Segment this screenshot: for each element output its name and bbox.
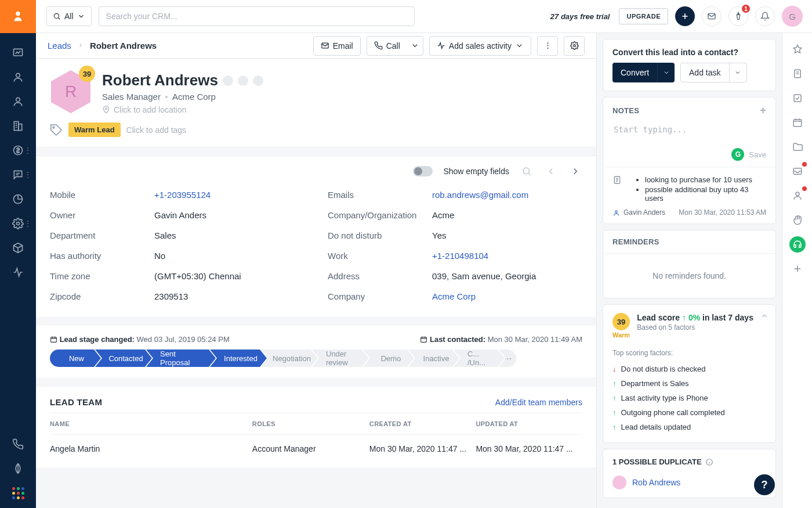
svg-point-11 [547,45,548,46]
nav-leads-icon[interactable] [6,92,30,111]
score-factor: ↑Outgoing phone call completed [612,405,766,420]
rail-inbox-icon[interactable] [789,163,806,179]
add-sales-activity-button[interactable]: Add sales activity [429,36,531,56]
convert-button[interactable]: Convert [612,63,657,82]
field-timezone[interactable]: Time zone(GMT+05:30) Chennai [50,271,304,281]
nav-products-icon[interactable] [6,239,30,257]
profile-name-row: Robert Andrews [102,71,263,89]
lead-tag[interactable]: Warm Lead [68,123,121,137]
chevron-down-icon [77,12,85,20]
info-icon[interactable] [705,458,713,466]
stage-contacted[interactable]: Contacted [95,350,152,367]
field-address[interactable]: Address039, Sam avenue, Georgia [328,271,582,281]
field-department[interactable]: DepartmentSales [50,230,304,240]
rail-gesture-icon[interactable] [789,212,806,228]
rail-note-icon[interactable] [789,66,806,82]
nav-conversations-icon[interactable]: ⋮ [6,165,30,184]
rail-calendar-icon[interactable] [789,114,806,131]
stage-new[interactable]: New [50,350,101,367]
stage-negotiation[interactable]: Negotiation [261,350,318,367]
help-fab[interactable]: ? [754,474,775,495]
show-empty-toggle[interactable] [413,166,433,176]
add-tags-button[interactable]: Click to add tags [126,125,187,135]
field-dnd[interactable]: Do not disturbYes [328,230,582,240]
nav-deals-icon[interactable]: ⋮ [6,141,30,160]
field-company[interactable]: CompanyAcme Corp [328,291,582,301]
nav-analytics-icon[interactable] [6,190,30,208]
add-task-button[interactable]: Add task [680,63,729,82]
stage-under-review[interactable]: Under review [312,350,369,367]
add-note-button[interactable]: + [760,105,766,117]
duplicate-entry[interactable]: Rob Andrews [603,471,775,498]
nav-dashboard-icon[interactable] [6,44,30,62]
prev-record-button[interactable] [544,164,558,178]
next-record-button[interactable] [568,164,582,178]
nav-apps-icon[interactable] [6,484,30,502]
notes-save-button[interactable]: Save [749,150,766,159]
search-fields-button[interactable] [520,164,534,178]
nav-accounts-icon[interactable] [6,117,30,135]
rail-folder-icon[interactable] [789,139,806,155]
rail-tasks-icon[interactable] [789,90,806,106]
stage-sent-proposal[interactable]: Sent Proposal [146,350,216,367]
add-button[interactable] [675,6,695,26]
score-factor: ↑Last activity type is Phone [612,391,766,405]
nav-phone-icon[interactable] [6,435,30,453]
topbar: All 27 days free trial UPGRADE 1 G [36,0,812,33]
rail-person-icon[interactable] [789,188,806,204]
rail-add-icon[interactable] [789,261,806,277]
nav-settings-icon[interactable]: ⋮ [6,214,30,233]
grammarly-icon: G [731,148,744,161]
notifications-button[interactable] [755,6,775,26]
email-icon-button[interactable] [702,6,722,26]
convert-prompt: Convert this lead into a contact? [612,48,766,57]
field-zip[interactable]: Zipcode2309513 [50,291,304,301]
convert-dropdown[interactable] [657,63,675,82]
field-emails[interactable]: Emailsrob.andrews@gmail.com [328,190,582,200]
breadcrumb-root[interactable]: Leads [48,41,71,51]
table-row[interactable]: Angela Martin Account Manager Mon 30 Mar… [50,435,582,463]
svg-point-13 [573,45,575,47]
search-input[interactable] [105,11,408,21]
more-actions-button[interactable] [537,36,558,56]
field-owner[interactable]: OwnerGavin Anders [50,210,304,220]
svg-point-17 [53,127,55,128]
svg-point-1 [16,73,20,77]
nav-contacts-icon[interactable] [6,68,30,87]
call-button[interactable]: Call [367,36,408,56]
nav-activity-icon[interactable] [6,263,30,282]
col-roles: ROLES [252,413,369,435]
stage-closed[interactable]: C... /Un... [454,350,505,367]
field-authority[interactable]: Has authorityNo [50,251,304,261]
edit-team-link[interactable]: Add/Edit team members [495,398,582,407]
nav-eco-icon[interactable] [6,459,30,478]
field-mobile[interactable]: Mobile+1-203955124 [50,190,304,200]
search-input-wrapper[interactable] [99,6,415,26]
announcements-button[interactable]: 1 [728,6,748,26]
reminders-empty: No reminders found. [603,253,775,298]
user-avatar[interactable]: G [782,6,803,27]
stage-inactive[interactable]: Inactive [408,350,459,367]
rail-headset-icon[interactable] [789,236,806,253]
notes-input[interactable] [612,124,766,146]
email-button[interactable]: Email [313,36,361,56]
stage-interested[interactable]: Interested [210,350,267,367]
add-task-dropdown[interactable] [730,63,747,82]
social-icon[interactable] [253,75,263,86]
collapse-button[interactable] [760,312,768,322]
svg-rect-4 [19,124,22,131]
app-logo[interactable] [0,0,36,33]
upgrade-button[interactable]: UPGRADE [619,8,668,24]
social-icon[interactable] [223,75,233,86]
col-updated: UPDATED AT [476,413,582,435]
search-filter-dropdown[interactable]: All [46,6,92,26]
field-work[interactable]: Work+1-210498104 [328,251,582,261]
settings-button[interactable] [564,36,585,56]
call-dropdown[interactable] [407,36,423,56]
field-org[interactable]: Company/OrganizationAcme [328,210,582,220]
social-icon[interactable] [238,75,248,86]
reminders-card: REMINDERS No reminders found. [603,230,776,298]
stage-demo[interactable]: Demo [363,350,414,367]
rail-pinned-icon[interactable] [789,41,806,57]
add-location-button[interactable]: Click to add location [102,105,263,114]
